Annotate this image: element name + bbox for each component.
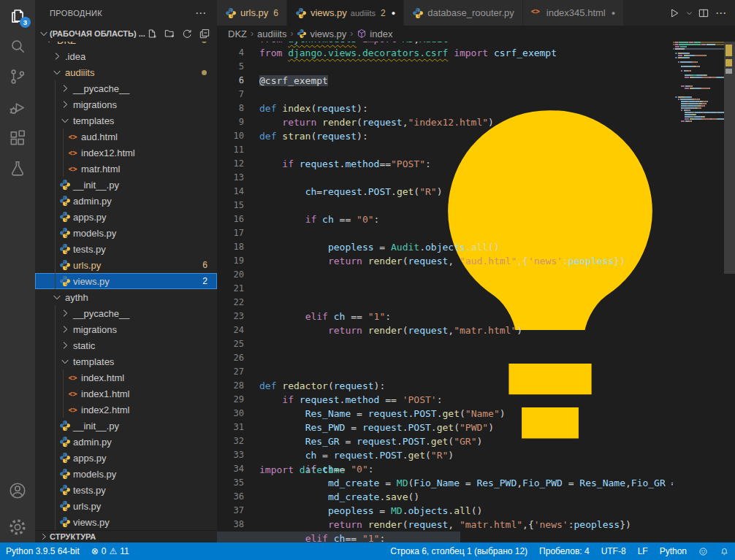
- code-line-19[interactable]: 19 return render(request, "aud.html",{'n…: [217, 254, 673, 268]
- tree-item-__pycache__[interactable]: __pycache__: [35, 305, 217, 321]
- line-number[interactable]: 5: [217, 60, 259, 74]
- code-line-5[interactable]: 5import datetime: [217, 60, 673, 74]
- scrollbar-thumb[interactable]: [724, 42, 735, 274]
- tree-item-index12.html[interactable]: <>index12.html: [35, 145, 217, 161]
- collapse-all-icon[interactable]: [198, 27, 211, 40]
- tree-item-tests.py[interactable]: tests.py: [35, 241, 217, 257]
- breadcrumb-item-audiiits[interactable]: audiiits: [257, 28, 286, 39]
- line-number[interactable]: 29: [217, 393, 259, 407]
- line-number[interactable]: 35: [217, 476, 259, 490]
- tree-item-admin.py[interactable]: admin.py: [35, 193, 217, 209]
- line-number[interactable]: 26: [217, 351, 259, 365]
- split-editor-icon[interactable]: [696, 5, 712, 21]
- tree-item-models.py[interactable]: models.py: [35, 466, 217, 482]
- tree-item-__pycache__[interactable]: __pycache__: [35, 80, 217, 96]
- line-number[interactable]: 8: [217, 101, 259, 115]
- tree-item-templates[interactable]: templates: [35, 353, 217, 369]
- line-number[interactable]: 33: [217, 448, 259, 462]
- tree-item-urls.py[interactable]: urls.py6: [35, 257, 217, 273]
- tree-item-aythh[interactable]: aythh: [35, 289, 217, 305]
- activity-bar-item-extensions[interactable]: [0, 123, 35, 153]
- activity-bar-item-search[interactable]: [0, 31, 35, 61]
- new-folder-icon[interactable]: [163, 27, 176, 40]
- line-number[interactable]: 23: [217, 310, 259, 323]
- code-line-4[interactable]: 4from django.views.decorators.csrf impor…: [217, 46, 673, 60]
- tree-item-aud.html[interactable]: <>aud.html: [35, 129, 217, 145]
- new-file-icon[interactable]: [145, 27, 159, 40]
- tree-item-admin.py[interactable]: admin.py: [35, 434, 217, 450]
- notifications-bell-icon[interactable]: [714, 542, 735, 560]
- python-interpreter[interactable]: Python 3.9.5 64-bit: [0, 542, 85, 560]
- tab-views.py[interactable]: views.pyaudiiits2●: [287, 0, 403, 26]
- tree-item-DKZ[interactable]: DKZ: [35, 42, 217, 48]
- activity-bar-item-account[interactable]: [0, 475, 35, 506]
- activity-bar-item-run-debug[interactable]: [0, 92, 35, 123]
- line-number[interactable]: 24: [217, 323, 259, 337]
- line-number[interactable]: 22: [217, 296, 259, 310]
- code-line-36[interactable]: 36 md_create.save(): [217, 490, 673, 504]
- run-icon[interactable]: [666, 5, 682, 21]
- indentation[interactable]: Пробелов: 4: [533, 542, 595, 560]
- tree-item-index1.html[interactable]: <>index1.html: [35, 386, 217, 402]
- tab-urls.py[interactable]: urls.py6: [217, 0, 286, 26]
- line-number[interactable]: 17: [217, 226, 259, 240]
- line-number[interactable]: 7: [217, 88, 259, 101]
- activity-bar-item-test-beaker[interactable]: [0, 153, 35, 184]
- workspace-section-header[interactable]: (РАБОЧАЯ ОБЛАСТЬ) ...: [35, 26, 217, 42]
- activity-bar-item-gear[interactable]: [0, 512, 35, 542]
- tree-item-__init__.py[interactable]: __init__.py: [35, 418, 217, 434]
- minimap[interactable]: [673, 42, 724, 542]
- cursor-position[interactable]: Строка 6, столбец 1 (выбрано 12): [384, 542, 533, 560]
- line-number[interactable]: 19: [217, 254, 259, 268]
- tree-item-models.py[interactable]: models.py: [35, 225, 217, 241]
- scrollbar-overview-ruler[interactable]: [724, 42, 735, 542]
- line-number[interactable]: 15: [217, 199, 259, 212]
- breadcrumb-item-views.py[interactable]: views.py: [297, 28, 346, 39]
- tree-item-templates[interactable]: templates: [35, 112, 217, 129]
- tree-item-views.py[interactable]: views.py2: [35, 273, 217, 289]
- outline-section-header[interactable]: СТРУКТУРА: [35, 530, 217, 542]
- line-number[interactable]: 37: [217, 504, 259, 518]
- tree-item-static[interactable]: static: [35, 337, 217, 353]
- tree-item-index.html[interactable]: <>index.html: [35, 369, 217, 386]
- line-number[interactable]: 4: [217, 46, 259, 60]
- problems-summary[interactable]: ⊗0⚠11: [85, 542, 135, 560]
- tree-item-audiiits[interactable]: audiiits: [35, 64, 217, 80]
- eol-sequence[interactable]: LF: [632, 542, 654, 560]
- line-number[interactable]: 30: [217, 407, 259, 421]
- code-line-39[interactable]: 39 elif ch== "1":: [217, 532, 673, 542]
- tree-item-migrations[interactable]: migrations: [35, 96, 217, 112]
- feedback-icon[interactable]: [693, 542, 714, 560]
- tree-item-views.py[interactable]: views.py: [35, 514, 217, 530]
- tree-item-matr.html[interactable]: <>matr.html: [35, 161, 217, 177]
- modified-dot[interactable]: ●: [612, 9, 615, 17]
- line-number[interactable]: 27: [217, 365, 259, 379]
- more-icon[interactable]: ⋯: [713, 5, 729, 21]
- line-number[interactable]: 10: [217, 129, 259, 143]
- line-number[interactable]: 32: [217, 434, 259, 448]
- language-mode[interactable]: Python: [654, 542, 693, 560]
- code-line-38[interactable]: 38 return render(request, "matr.html",{'…: [217, 518, 673, 532]
- views-and-more-actions-icon[interactable]: ⋯: [195, 7, 207, 20]
- modified-dot[interactable]: ●: [392, 9, 395, 17]
- line-number[interactable]: 25: [217, 337, 259, 351]
- line-number[interactable]: 6: [217, 74, 259, 88]
- line-number[interactable]: 18: [217, 240, 259, 254]
- breadcrumb-item-DKZ[interactable]: DKZ: [228, 28, 247, 39]
- line-number[interactable]: 11: [217, 143, 259, 157]
- tree-item-.idea[interactable]: .idea: [35, 48, 217, 64]
- chevron-down-icon[interactable]: [684, 5, 694, 21]
- breadcrumb-item-index[interactable]: index: [357, 28, 392, 39]
- line-number[interactable]: 13: [217, 171, 259, 185]
- activity-bar-item-source-control[interactable]: [0, 61, 35, 92]
- code-editor[interactable]: 3from aythh.models import MD,Audit4from …: [217, 42, 673, 542]
- tab-database_roouter.py[interactable]: database_roouter.py: [404, 0, 522, 26]
- code-line-37[interactable]: 37 peopless = MD.objects.all(): [217, 504, 673, 518]
- line-number[interactable]: 16: [217, 212, 259, 226]
- tab-index345.html[interactable]: <>index345.html●: [523, 0, 623, 26]
- line-number[interactable]: 14: [217, 185, 259, 199]
- tree-item-index2.html[interactable]: <>index2.html: [35, 402, 217, 418]
- line-number[interactable]: 20: [217, 268, 259, 282]
- code-line-35[interactable]: 35 md_create = MD(Fio_Name = Res_PWD,Fio…: [217, 476, 673, 490]
- line-number[interactable]: 31: [217, 421, 259, 434]
